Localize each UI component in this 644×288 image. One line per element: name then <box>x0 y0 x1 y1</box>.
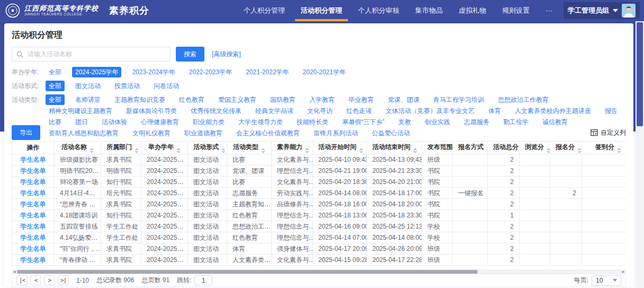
filter-option[interactable]: 问卷活动 <box>150 81 182 91</box>
cell: “思辨青春 … <box>55 199 101 210</box>
vertical-scrollbar-thumb[interactable] <box>637 22 643 126</box>
filter-option[interactable]: 2022-2023学年 <box>186 67 235 77</box>
student-list-link[interactable]: 学生名单 <box>21 200 46 208</box>
column-header[interactable]: 活动名称 <box>55 142 101 154</box>
sort-icon[interactable] <box>90 148 94 153</box>
filter-option[interactable]: 国防教育 <box>267 94 299 105</box>
horizontal-scrollbar-thumb[interactable] <box>17 270 478 274</box>
sort-icon[interactable] <box>221 148 226 153</box>
filter-option[interactable]: 思想政治工作教育 <box>495 94 552 105</box>
nav-item[interactable]: ··· <box>538 0 560 21</box>
column-header[interactable]: 活动总分 <box>488 142 520 154</box>
filter-option[interactable]: 文体活动（竞赛）及非专业文艺 <box>382 106 478 116</box>
filter-option[interactable]: 新媒体舆论引导类 <box>123 106 180 116</box>
page-jump-input[interactable] <box>194 275 212 285</box>
cell: 2025-04-14 08:00 <box>313 188 367 199</box>
filter-option[interactable]: 经典文学品读 <box>252 106 297 116</box>
student-list-link[interactable]: 学生名单 <box>21 245 46 252</box>
next-page-button[interactable]: > <box>44 275 55 285</box>
last-page-button[interactable]: >| <box>58 275 69 285</box>
sort-icon[interactable] <box>617 148 621 153</box>
nav-item[interactable]: 集市物品 <box>407 0 451 21</box>
student-list-link[interactable]: 学生名单 <box>21 156 46 163</box>
column-header[interactable]: 浏览分 <box>520 142 550 154</box>
sort-icon[interactable] <box>547 148 550 153</box>
filter-option[interactable]: 2020-2021学年 <box>300 67 349 77</box>
filter-option[interactable]: 红色教育 <box>176 94 208 105</box>
column-header[interactable]: 操作 <box>12 142 55 154</box>
column-header[interactable]: 报名分 <box>550 142 582 154</box>
filter-option[interactable]: 精神文明建设主题教育 <box>46 106 115 116</box>
search-input[interactable] <box>26 50 166 58</box>
student-list-link[interactable]: 学生名单 <box>21 212 46 219</box>
student-list-link[interactable]: 学生名单 <box>21 234 46 241</box>
filter-option[interactable]: 毕业教育 <box>345 94 377 105</box>
column-header[interactable]: 素养能力 <box>272 142 313 154</box>
filter-option[interactable]: 爱国主义教育 <box>215 94 260 105</box>
cell <box>550 232 582 243</box>
cell: 图文活动 <box>188 210 227 221</box>
export-button[interactable]: 导出 <box>12 125 40 140</box>
filter-option[interactable]: 红色走读 <box>343 106 375 116</box>
filter-option[interactable]: 优秀传统文化传承 <box>187 106 245 116</box>
filter-option[interactable]: 人文素养类校内外主题讲座 <box>512 106 594 116</box>
filter-option[interactable]: 党课、团课 <box>384 94 423 105</box>
sort-icon[interactable] <box>413 148 417 153</box>
column-header[interactable]: 报名方式 <box>453 142 488 154</box>
filter-option[interactable]: 全部 <box>46 67 65 77</box>
nav-item[interactable]: 活动积分管理 <box>293 0 350 21</box>
filter-option[interactable]: 全部 <box>46 94 65 105</box>
activity-table: 操作活动名称所属部门举办学年活动形式活动类型素养能力活动开始时间活动结束时间发布… <box>12 141 626 266</box>
cell: 劳动实践与… <box>272 188 313 199</box>
student-list-link[interactable]: 学生名单 <box>21 178 46 186</box>
student-list-link[interactable]: 学生名单 <box>21 256 46 264</box>
filter-option[interactable]: 文化寻访 <box>304 106 336 116</box>
cell: 2024-2025… <box>141 165 188 177</box>
column-header[interactable]: 活动开始时间 <box>313 142 367 154</box>
filter-option[interactable]: 投票活动 <box>111 81 143 91</box>
search-button[interactable]: 搜索 <box>176 47 204 62</box>
nav-item[interactable]: 规则设置 <box>494 0 538 21</box>
filter-option[interactable]: 2021-2022学年 <box>243 67 292 77</box>
column-header[interactable]: 活动形式 <box>188 142 227 154</box>
sort-icon[interactable] <box>261 148 265 153</box>
filter-option[interactable]: 青马工程学习培训 <box>430 94 487 105</box>
filter-option[interactable]: 2023-2024学年 <box>129 67 178 77</box>
nav-item[interactable]: 个人积分管理 <box>236 0 293 21</box>
column-header[interactable]: 活动类型 <box>227 142 272 154</box>
column-header[interactable]: 所属部门 <box>101 142 141 154</box>
student-list-link[interactable]: 学生名单 <box>21 189 46 197</box>
first-page-button[interactable]: |< <box>16 275 28 285</box>
filter-options: 全部图文活动投票活动问卷活动 <box>46 81 182 91</box>
column-header[interactable]: 活动结束时间 <box>367 142 422 154</box>
prev-page-button[interactable]: < <box>30 275 41 285</box>
filter-option[interactable]: 报告 <box>602 106 621 116</box>
student-list-link[interactable]: 学生名单 <box>21 223 46 230</box>
column-header[interactable]: 发布范围 <box>422 142 453 154</box>
sort-icon[interactable] <box>305 148 309 153</box>
sort-icon[interactable] <box>176 148 181 153</box>
sort-icon[interactable] <box>359 148 363 153</box>
cell: 2024-2025… <box>141 199 188 210</box>
column-header[interactable]: 举办学年 <box>141 142 188 154</box>
filter-option[interactable]: 2024-2025学年 <box>72 67 121 77</box>
sort-icon[interactable] <box>577 148 582 153</box>
customize-columns-button[interactable]: 自定义列 <box>591 128 626 137</box>
sort-icon[interactable] <box>135 148 139 153</box>
student-list-link[interactable]: 学生名单 <box>21 167 46 174</box>
user-menu[interactable]: 学工管理员组 <box>564 2 640 19</box>
per-page-select[interactable]: 10 <box>592 275 621 286</box>
filter-option[interactable]: 入学教育 <box>306 94 338 105</box>
filter-option[interactable]: 主题教育知识竞赛 <box>111 94 168 105</box>
filter-option[interactable]: 体育 <box>485 106 504 116</box>
nav-item[interactable]: 虚拟礼物 <box>451 0 494 21</box>
vertical-scrollbar[interactable] <box>636 21 644 288</box>
filter-option[interactable]: 名师讲堂 <box>72 94 104 105</box>
filter-option[interactable]: 图文活动 <box>72 81 104 91</box>
column-header[interactable]: 签到分 <box>582 142 627 154</box>
per-page-control: 每页: 10 <box>574 275 621 286</box>
nav-item[interactable]: 个人积分审核 <box>350 0 407 21</box>
filter-option[interactable]: 全部 <box>46 81 65 91</box>
pagination-jump-label: 跳转: <box>177 276 191 285</box>
advanced-search-link[interactable]: [高级搜索] <box>212 50 241 59</box>
